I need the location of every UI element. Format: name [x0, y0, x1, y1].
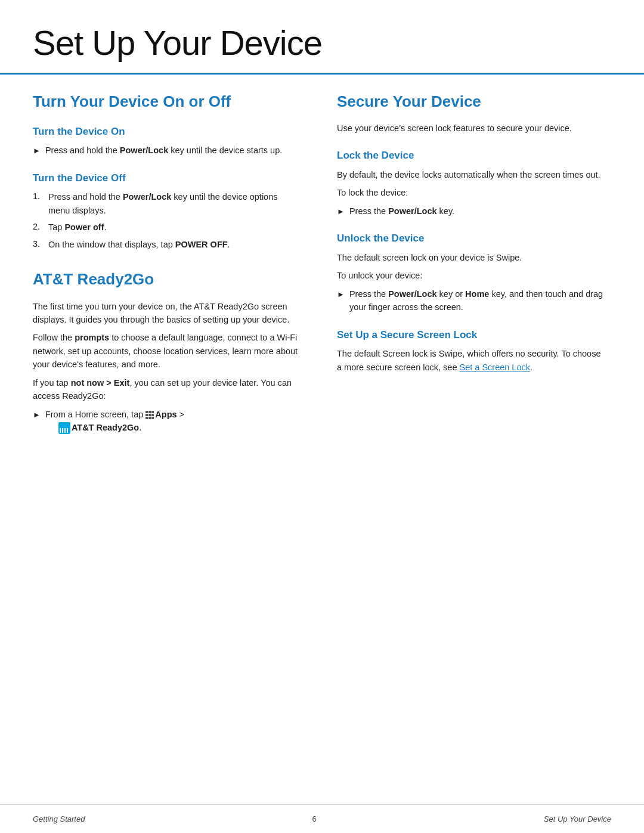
- lock-device-para2: To lock the device:: [337, 186, 605, 199]
- right-column: Secure Your Device Use your device’s scr…: [337, 92, 605, 438]
- att-app-icon: [58, 422, 70, 434]
- section-heading-att-ready2go: AT&T Ready2Go: [33, 270, 301, 289]
- unlock-device-para1: The default screen lock on your device i…: [337, 251, 605, 264]
- page-title: Set Up Your Device: [33, 24, 611, 62]
- left-column: Turn Your Device On or Off Turn the Devi…: [33, 92, 301, 438]
- turn-on-bullet: ► Press and hold the Power/Lock key unti…: [33, 144, 301, 157]
- turn-off-step-1: 1. Press and hold the Power/Lock key unt…: [33, 190, 301, 217]
- lock-device-bullet: ► Press the Power/Lock key.: [337, 205, 605, 218]
- subsection-heading-secure-screen-lock: Set Up a Secure Screen Lock: [337, 327, 605, 343]
- att-ready2go-bullet-text: From a Home screen, tap Apps > AT&T Re​a…: [45, 408, 184, 435]
- subsection-heading-turn-on: Turn the Device On: [33, 124, 301, 140]
- att-ready2go-app-label: AT&T Re​ady2Go.: [58, 423, 141, 432]
- subsection-heading-unlock-device: Unlock the Device: [337, 231, 605, 246]
- turn-off-steps: 1. Press and hold the Power/Lock key unt…: [33, 190, 301, 251]
- secure-device-intro: Use your device’s screen lock features t…: [337, 122, 605, 135]
- unlock-device-bullet-text: Press the Power/Lock key or Home key, an…: [349, 287, 605, 314]
- page-footer: Getting Started 6 Set Up Your Device: [0, 804, 644, 833]
- footer-page-number: 6: [312, 813, 317, 825]
- unlock-device-bullet: ► Press the Power/Lock key or Home key, …: [337, 287, 605, 314]
- content-area: Turn Your Device On or Off Turn the Devi…: [0, 92, 644, 438]
- subsection-heading-lock-device: Lock the Device: [337, 148, 605, 163]
- turn-off-step-3: 3. On the window that displays, tap POWE…: [33, 238, 301, 251]
- footer-left-label: Getting Started: [33, 813, 85, 825]
- footer-right-label: Set Up Your Device: [544, 813, 611, 825]
- subsection-heading-turn-off: Turn the Device Off: [33, 171, 301, 186]
- section-heading-turn-device: Turn Your Device On or Off: [33, 92, 301, 111]
- page-header: Set Up Your Device: [0, 0, 644, 75]
- turn-on-text: Press and hold the Power/Lock key until …: [45, 144, 282, 157]
- att-ready2go-para1: The first time you turn your device on, …: [33, 300, 301, 327]
- page: Set Up Your Device Turn Your Device On o…: [0, 0, 644, 833]
- att-ready2go-para3: If you tap not now > Exit, you can set u…: [33, 376, 301, 403]
- turn-off-step-2: 2. Tap Power off.: [33, 221, 301, 234]
- bullet-arrow-icon-2: ►: [33, 409, 41, 421]
- lock-device-para1: By default, the device locks automatical…: [337, 168, 605, 181]
- att-ready2go-bullet: ► From a Home screen, tap Apps > AT&T Re…: [33, 408, 301, 435]
- att-ready2go-para2: Follow the prompts to choose a default l…: [33, 331, 301, 371]
- apps-icon: [145, 411, 154, 419]
- set-screen-lock-link[interactable]: Set a Screen Lock: [460, 363, 531, 372]
- secure-screen-lock-para: The default Screen lock is Swipe, which …: [337, 347, 605, 374]
- lock-device-bullet-text: Press the Power/Lock key.: [349, 205, 454, 218]
- bullet-arrow-icon: ►: [33, 145, 41, 157]
- section-heading-secure-device: Secure Your Device: [337, 92, 605, 111]
- bullet-arrow-icon-3: ►: [337, 206, 345, 218]
- unlock-device-para2: To unlock your device:: [337, 269, 605, 282]
- bullet-arrow-icon-4: ►: [337, 289, 345, 301]
